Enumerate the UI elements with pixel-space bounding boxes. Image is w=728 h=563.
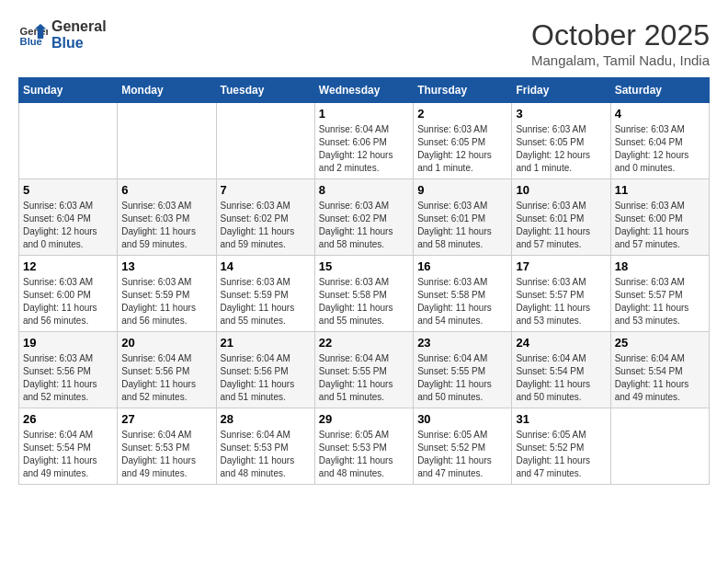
logo-icon: General Blue: [18, 20, 48, 50]
calendar-cell: 15Sunrise: 6:03 AM Sunset: 5:58 PM Dayli…: [314, 256, 413, 332]
calendar-cell: 9Sunrise: 6:03 AM Sunset: 6:01 PM Daylig…: [414, 179, 512, 256]
calendar-cell: 12Sunrise: 6:03 AM Sunset: 6:00 PM Dayli…: [19, 256, 118, 332]
day-number: 20: [121, 336, 211, 350]
day-number: 2: [417, 107, 507, 121]
day-info: Sunrise: 6:04 AM Sunset: 5:56 PM Dayligh…: [121, 352, 211, 404]
day-number: 10: [516, 183, 606, 197]
calendar-cell: 11Sunrise: 6:03 AM Sunset: 6:00 PM Dayli…: [610, 179, 709, 256]
day-number: 22: [319, 336, 409, 350]
day-number: 4: [615, 107, 705, 121]
day-number: 5: [23, 183, 113, 197]
day-info: Sunrise: 6:03 AM Sunset: 6:05 PM Dayligh…: [516, 123, 606, 175]
day-number: 1: [319, 107, 409, 121]
day-info: Sunrise: 6:03 AM Sunset: 5:58 PM Dayligh…: [417, 276, 507, 327]
day-info: Sunrise: 6:04 AM Sunset: 5:53 PM Dayligh…: [121, 429, 211, 480]
day-info: Sunrise: 6:05 AM Sunset: 5:52 PM Dayligh…: [417, 429, 507, 480]
calendar-header-row: SundayMondayTuesdayWednesdayThursdayFrid…: [19, 78, 710, 103]
day-info: Sunrise: 6:04 AM Sunset: 5:54 PM Dayligh…: [23, 429, 113, 480]
calendar-cell: 26Sunrise: 6:04 AM Sunset: 5:54 PM Dayli…: [19, 408, 118, 485]
calendar-cell: 21Sunrise: 6:04 AM Sunset: 5:56 PM Dayli…: [216, 332, 314, 408]
calendar-cell: 6Sunrise: 6:03 AM Sunset: 6:03 PM Daylig…: [118, 179, 216, 256]
day-info: Sunrise: 6:04 AM Sunset: 5:56 PM Dayligh…: [221, 352, 311, 404]
logo: General Blue General Blue: [18, 18, 107, 52]
day-info: Sunrise: 6:03 AM Sunset: 6:00 PM Dayligh…: [615, 200, 705, 251]
day-info: Sunrise: 6:03 AM Sunset: 5:59 PM Dayligh…: [121, 276, 211, 327]
day-header-friday: Friday: [512, 78, 610, 103]
day-number: 16: [417, 259, 507, 273]
calendar-cell: 24Sunrise: 6:04 AM Sunset: 5:54 PM Dayli…: [512, 332, 610, 408]
day-number: 6: [121, 183, 211, 197]
calendar-week-2: 5Sunrise: 6:03 AM Sunset: 6:04 PM Daylig…: [19, 179, 710, 256]
day-info: Sunrise: 6:03 AM Sunset: 6:00 PM Dayligh…: [23, 276, 113, 327]
page-header: General Blue General Blue October 2025 M…: [18, 18, 710, 68]
day-info: Sunrise: 6:05 AM Sunset: 5:53 PM Dayligh…: [319, 429, 409, 480]
day-header-wednesday: Wednesday: [314, 78, 413, 103]
calendar-cell: 8Sunrise: 6:03 AM Sunset: 6:02 PM Daylig…: [314, 179, 413, 256]
day-number: 28: [221, 412, 311, 426]
day-info: Sunrise: 6:04 AM Sunset: 5:54 PM Dayligh…: [516, 352, 606, 404]
calendar-cell: 25Sunrise: 6:04 AM Sunset: 5:54 PM Dayli…: [610, 332, 709, 408]
day-header-sunday: Sunday: [19, 78, 118, 103]
day-info: Sunrise: 6:03 AM Sunset: 5:56 PM Dayligh…: [23, 352, 113, 404]
day-header-monday: Monday: [118, 78, 216, 103]
day-header-saturday: Saturday: [610, 78, 709, 103]
calendar-cell: 29Sunrise: 6:05 AM Sunset: 5:53 PM Dayli…: [314, 408, 413, 485]
calendar-cell: 28Sunrise: 6:04 AM Sunset: 5:53 PM Dayli…: [216, 408, 314, 485]
day-info: Sunrise: 6:03 AM Sunset: 6:05 PM Dayligh…: [417, 123, 507, 175]
calendar-cell: 30Sunrise: 6:05 AM Sunset: 5:52 PM Dayli…: [414, 408, 512, 485]
day-number: 11: [615, 183, 705, 197]
calendar-cell: 14Sunrise: 6:03 AM Sunset: 5:59 PM Dayli…: [216, 256, 314, 332]
calendar-week-5: 26Sunrise: 6:04 AM Sunset: 5:54 PM Dayli…: [19, 408, 710, 485]
day-info: Sunrise: 6:03 AM Sunset: 5:58 PM Dayligh…: [319, 276, 409, 327]
calendar-table: SundayMondayTuesdayWednesdayThursdayFrid…: [18, 77, 710, 485]
calendar-cell: 18Sunrise: 6:03 AM Sunset: 5:57 PM Dayli…: [610, 256, 709, 332]
calendar-week-1: 1Sunrise: 6:04 AM Sunset: 6:06 PM Daylig…: [19, 103, 710, 179]
calendar-cell: 3Sunrise: 6:03 AM Sunset: 6:05 PM Daylig…: [512, 103, 610, 179]
day-number: 13: [121, 259, 211, 273]
day-info: Sunrise: 6:03 AM Sunset: 6:04 PM Dayligh…: [23, 200, 113, 251]
day-header-thursday: Thursday: [414, 78, 512, 103]
title-block: October 2025 Mangalam, Tamil Nadu, India: [531, 18, 710, 68]
day-number: 14: [221, 259, 311, 273]
day-info: Sunrise: 6:03 AM Sunset: 6:03 PM Dayligh…: [121, 200, 211, 251]
calendar-cell: [19, 103, 118, 179]
day-number: 7: [221, 183, 311, 197]
day-number: 3: [516, 107, 606, 121]
day-info: Sunrise: 6:03 AM Sunset: 6:01 PM Dayligh…: [516, 200, 606, 251]
calendar-cell: 23Sunrise: 6:04 AM Sunset: 5:55 PM Dayli…: [414, 332, 512, 408]
day-number: 19: [23, 336, 113, 350]
day-info: Sunrise: 6:03 AM Sunset: 6:04 PM Dayligh…: [615, 123, 705, 175]
calendar-cell: 13Sunrise: 6:03 AM Sunset: 5:59 PM Dayli…: [118, 256, 216, 332]
day-info: Sunrise: 6:04 AM Sunset: 5:55 PM Dayligh…: [417, 352, 507, 404]
calendar-cell: 2Sunrise: 6:03 AM Sunset: 6:05 PM Daylig…: [414, 103, 512, 179]
day-info: Sunrise: 6:03 AM Sunset: 6:01 PM Dayligh…: [417, 200, 507, 251]
day-number: 26: [23, 412, 113, 426]
day-info: Sunrise: 6:04 AM Sunset: 5:53 PM Dayligh…: [221, 429, 311, 480]
day-info: Sunrise: 6:03 AM Sunset: 6:02 PM Dayligh…: [221, 200, 311, 251]
calendar-cell: 22Sunrise: 6:04 AM Sunset: 5:55 PM Dayli…: [314, 332, 413, 408]
calendar-cell: 7Sunrise: 6:03 AM Sunset: 6:02 PM Daylig…: [216, 179, 314, 256]
day-number: 18: [615, 259, 705, 273]
calendar-cell: 20Sunrise: 6:04 AM Sunset: 5:56 PM Dayli…: [118, 332, 216, 408]
day-number: 9: [417, 183, 507, 197]
location-subtitle: Mangalam, Tamil Nadu, India: [531, 52, 710, 68]
day-info: Sunrise: 6:04 AM Sunset: 5:54 PM Dayligh…: [615, 352, 705, 404]
month-title: October 2025: [531, 18, 710, 52]
day-number: 17: [516, 259, 606, 273]
calendar-cell: [216, 103, 314, 179]
calendar-cell: 19Sunrise: 6:03 AM Sunset: 5:56 PM Dayli…: [19, 332, 118, 408]
day-number: 23: [417, 336, 507, 350]
day-number: 12: [23, 259, 113, 273]
calendar-cell: 5Sunrise: 6:03 AM Sunset: 6:04 PM Daylig…: [19, 179, 118, 256]
calendar-body: 1Sunrise: 6:04 AM Sunset: 6:06 PM Daylig…: [19, 103, 710, 485]
day-info: Sunrise: 6:03 AM Sunset: 6:02 PM Dayligh…: [319, 200, 409, 251]
calendar-cell: 10Sunrise: 6:03 AM Sunset: 6:01 PM Dayli…: [512, 179, 610, 256]
calendar-cell: [610, 408, 709, 485]
day-number: 31: [516, 412, 606, 426]
day-number: 29: [319, 412, 409, 426]
day-info: Sunrise: 6:05 AM Sunset: 5:52 PM Dayligh…: [516, 429, 606, 480]
calendar-cell: 16Sunrise: 6:03 AM Sunset: 5:58 PM Dayli…: [414, 256, 512, 332]
day-number: 30: [417, 412, 507, 426]
calendar-cell: 1Sunrise: 6:04 AM Sunset: 6:06 PM Daylig…: [314, 103, 413, 179]
day-info: Sunrise: 6:03 AM Sunset: 5:59 PM Dayligh…: [221, 276, 311, 327]
